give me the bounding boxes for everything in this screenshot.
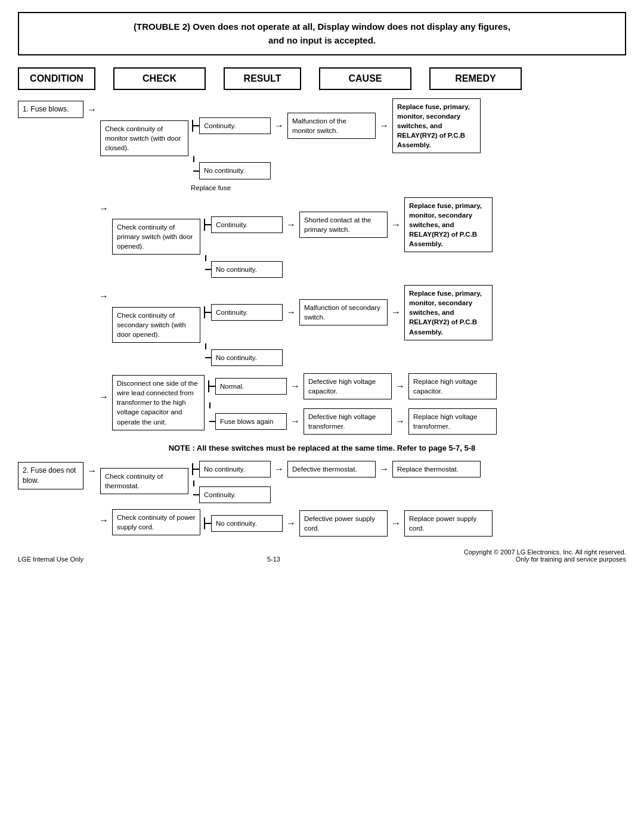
result-box-s2-1b: Continuity. <box>199 486 271 503</box>
footer: LGE Internal Use Only 5-13 Copyright © 2… <box>18 548 626 563</box>
result-box-3a: Continuity. <box>211 304 283 321</box>
footer-right: Copyright © 2007 LG Electronics. Inc. Al… <box>464 548 626 563</box>
subcheck-2: Check continuity of primary switch (with… <box>95 195 626 278</box>
result-row-4a: Normal. Defective high voltage capacitor… <box>205 373 497 399</box>
arrow-r1a <box>271 120 287 131</box>
arrow-3 <box>95 291 112 302</box>
condition-box-2: 2. Fuse does not blow. <box>18 462 83 489</box>
arrow-r4a <box>287 381 304 392</box>
result-row-3a: Continuity. Malfunction of secondary swi… <box>200 285 493 340</box>
header-result: RESULT <box>224 67 301 90</box>
section-1: 1. Fuse blows. Check continuity of monit… <box>18 96 626 435</box>
s2-subcheck-2: Check continuity of power supply cord. N… <box>95 508 626 537</box>
remedy-box-1a: Replace fuse, primary, monitor, secondar… <box>392 98 481 153</box>
arrow-1 <box>83 104 100 115</box>
remedy-box-s2-1a: Replace thermostat. <box>392 461 481 478</box>
remedy-box-2a: Replace fuse, primary, monitor, secondar… <box>404 197 493 252</box>
footer-right-line2: Only for training and service purposes <box>464 556 626 563</box>
result-row-3b: No continuity. <box>200 349 493 366</box>
result-row-1b: No continuity. <box>188 162 481 179</box>
result-row-1a: Continuity. Malfunction of the monitor s… <box>188 98 481 153</box>
result-box-1a: Continuity. <box>199 117 271 134</box>
check-box-2: Check continuity of primary switch (with… <box>112 219 200 255</box>
remedy-box-4b: Replace high voltage transformer. <box>408 408 497 435</box>
check-box-s2-1: Check continuity of thermostat. <box>100 468 188 494</box>
arrow-c4b <box>392 416 408 427</box>
subcheck-3: Check continuity of secondary switch (wi… <box>95 283 626 366</box>
result-box-3b: No continuity. <box>211 349 283 366</box>
cause-box-4b: Defective high voltage transformer. <box>304 408 392 435</box>
remedy-box-3a: Replace fuse, primary, monitor, secondar… <box>404 285 493 340</box>
arrow-rs2-1a <box>271 464 287 475</box>
check-box-1: Check continuity of monitor switch (with… <box>100 120 188 156</box>
arrow-r3a <box>283 307 299 318</box>
result-row-s2-1b: Continuity. <box>188 486 481 503</box>
result-box-4a: Normal. <box>215 378 287 395</box>
cause-box-s2-2a: Defective power supply cord. <box>299 510 388 537</box>
cause-box-2a: Shorted contact at the primary switch. <box>299 212 388 238</box>
title-line1: (TROUBLE 2) Oven does not operate at all… <box>134 21 510 32</box>
result-row-4b: Fuse blows again Defective high voltage … <box>205 408 497 435</box>
arrow-cs2-1a <box>376 464 392 475</box>
arrow-s2-2 <box>95 515 112 526</box>
replace-fuse-label: Replace fuse <box>191 184 626 191</box>
arrow-4 <box>95 392 112 402</box>
arrow-c4a <box>392 381 408 392</box>
section-2: 2. Fuse does not blow. Check continuity … <box>18 458 626 537</box>
header-cause: CAUSE <box>319 67 411 90</box>
arrow-c2a <box>388 219 404 230</box>
check-box-s2-2: Check continuity of power supply cord. <box>112 509 200 535</box>
footer-right-line1: Copyright © 2007 LG Electronics. Inc. Al… <box>464 548 626 556</box>
page-title: (TROUBLE 2) Oven does not operate at all… <box>18 12 626 55</box>
arrow-2 <box>95 203 112 214</box>
result-box-2b: No continuity. <box>211 261 283 278</box>
subcheck-1: 1. Fuse blows. Check continuity of monit… <box>18 96 626 179</box>
result-box-4b: Fuse blows again <box>215 413 287 430</box>
result-box-2a: Continuity. <box>211 216 283 233</box>
cause-box-4a: Defective high voltage capacitor. <box>304 373 392 399</box>
note: NOTE : All these switches must be replac… <box>18 444 626 452</box>
arrow-c3a <box>388 307 404 318</box>
result-row-2b: No continuity. <box>200 261 493 278</box>
result-box-s2-1a: No continuity. <box>199 461 271 478</box>
s2-subcheck-1: 2. Fuse does not blow. Check continuity … <box>18 458 626 503</box>
footer-left: LGE Internal Use Only <box>18 556 83 563</box>
result-row-s2-1a: No continuity. Defective thermostat. Rep… <box>188 461 481 478</box>
header-row: CONDITION CHECK RESULT CAUSE REMEDY <box>18 67 626 90</box>
arrow-r2a <box>283 219 299 230</box>
arrow-c1a <box>376 120 392 131</box>
result-row-2a: Continuity. Shorted contact at the prima… <box>200 197 493 252</box>
cause-box-1a: Malfunction of the monitor switch. <box>287 113 376 139</box>
check-box-4: Disconnect one side of the wire lead con… <box>112 375 205 430</box>
result-box-1b: No continuity. <box>199 162 271 179</box>
footer-center: 5-13 <box>267 556 280 563</box>
header-remedy: REMEDY <box>429 67 522 90</box>
result-row-s2-2a: No continuity. Defective power supply co… <box>200 510 493 537</box>
arrow-s2-1 <box>83 466 100 476</box>
arrow-rs2-2a <box>283 518 299 529</box>
remedy-box-4a: Replace high voltage capacitor. <box>408 373 497 399</box>
cause-box-3a: Malfunction of secondary switch. <box>299 299 388 325</box>
cause-box-s2-1a: Defective thermostat. <box>287 461 376 478</box>
check-box-3: Check continuity of secondary switch (wi… <box>112 307 200 343</box>
header-check: CHECK <box>113 67 206 90</box>
result-box-s2-2a: No continuity. <box>211 515 283 532</box>
subcheck-4: Disconnect one side of the wire lead con… <box>95 371 626 435</box>
arrow-cs2-2a <box>388 518 404 529</box>
condition-box-1: 1. Fuse blows. <box>18 101 83 118</box>
title-line2: and no input is accepted. <box>268 35 376 45</box>
remedy-box-s2-2a: Replace power supply cord. <box>404 510 493 537</box>
header-condition: CONDITION <box>18 67 95 90</box>
arrow-r4b <box>287 416 304 427</box>
